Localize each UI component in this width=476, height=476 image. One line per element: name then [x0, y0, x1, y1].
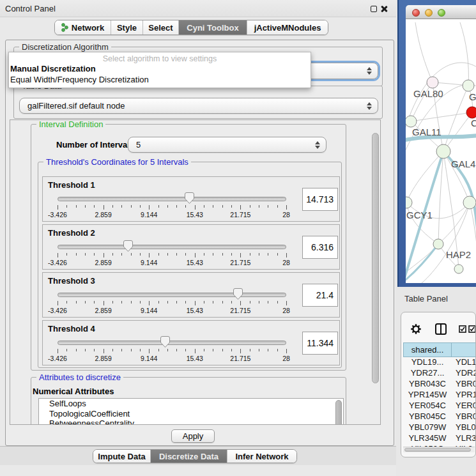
cell-shared-name: YBL079W	[403, 422, 452, 433]
tick-label: 9.144	[132, 355, 165, 362]
threshold-row-3: Threshold 3-3.4262.8599.14415.4321.71528…	[42, 272, 340, 318]
attribute-item[interactable]: BetweennessCentrality	[39, 418, 343, 425]
number-of-intervals-combobox[interactable]: 5	[128, 137, 326, 153]
thresholds-group: Threshold's Coordinates for 5 Intervals …	[38, 162, 342, 368]
major-tick	[58, 205, 58, 210]
column-header-name[interactable]: na	[452, 342, 476, 357]
tab-network[interactable]: Network	[55, 20, 111, 35]
tick-label: 21.715	[224, 355, 257, 362]
column-header-shared-name[interactable]: shared...	[403, 342, 452, 357]
attribute-item[interactable]: SelfLoops	[39, 399, 343, 409]
tab-style[interactable]: Style	[111, 20, 143, 35]
slider-thumb[interactable]	[123, 240, 133, 252]
network-node[interactable]	[454, 265, 463, 273]
tab-discretize-data[interactable]: Discretize Data	[151, 450, 227, 463]
network-node-gal11[interactable]	[406, 116, 417, 127]
major-tick	[104, 253, 104, 257]
slider-thumb[interactable]	[185, 192, 194, 204]
minor-tick	[76, 349, 77, 351]
attributes-group-title: Attributes to discretize	[36, 372, 123, 382]
dropdown-option-manual[interactable]: Manual Discretization	[9, 63, 311, 74]
table-row[interactable]: YDL19...YDL1	[403, 357, 476, 368]
minor-tick	[213, 349, 213, 351]
table-row[interactable]: YBL079WYBL0	[403, 422, 476, 433]
close-traffic-light-icon[interactable]	[412, 9, 420, 17]
table-row[interactable]: YLR345WYLR3	[403, 433, 476, 444]
tick-label: 28	[270, 259, 303, 266]
dropdown-option-equal-width[interactable]: Equal Width/Frequency Discretization	[9, 74, 311, 85]
tab-jactivemnodules[interactable]: jActiveMNodules	[247, 20, 328, 35]
minor-tick	[140, 253, 141, 256]
minor-tick	[213, 301, 213, 303]
slider-track[interactable]	[58, 293, 286, 297]
minor-tick	[167, 253, 168, 256]
horizontal-scrollbar[interactable]	[403, 447, 475, 452]
list-scrollbar[interactable]	[335, 400, 342, 425]
numerical-attributes-list[interactable]: SelfLoopsTopologicalCoefficientBetweenne…	[38, 398, 344, 425]
network-node-gal80[interactable]	[427, 77, 438, 88]
slider-thumb[interactable]	[160, 336, 170, 348]
table-row[interactable]: YER054CYER0	[403, 401, 476, 411]
checkbox-checked-icon[interactable]	[468, 325, 476, 333]
minor-tick	[112, 301, 113, 303]
tick-label: 21.715	[224, 211, 257, 219]
network-node-c[interactable]	[466, 107, 476, 118]
network-node-h[interactable]	[463, 196, 476, 209]
tab-cyni-toolbox[interactable]: Cyni Toolbox	[179, 20, 247, 35]
major-tick	[104, 349, 104, 353]
cell-name: YDR2	[452, 368, 476, 379]
apply-button[interactable]: Apply	[171, 429, 215, 443]
minor-tick	[94, 301, 95, 303]
table-row[interactable]: YPR145WYPR1	[403, 390, 476, 401]
minor-tick	[121, 349, 122, 351]
network-canvas[interactable]: GAL80GACGAL11GAL4GCY1HHAP2	[406, 19, 476, 283]
viewport-scrollbar[interactable]	[372, 133, 379, 383]
slider-track[interactable]	[58, 341, 286, 345]
table-header-row: shared... na	[403, 342, 476, 357]
tab-infer-network[interactable]: Infer Network	[227, 450, 296, 463]
threshold-value-field[interactable]: 14.713	[302, 188, 338, 211]
slider-thumb[interactable]	[233, 288, 243, 300]
table-data-combobox[interactable]: galFiltered.sif default node	[19, 98, 378, 114]
minor-tick	[204, 301, 204, 303]
threshold-value-field[interactable]: 11.344	[302, 332, 338, 355]
table-row[interactable]: YBR045CYBR0	[403, 411, 476, 422]
table-row[interactable]: YBR043CYBR0	[403, 379, 476, 390]
tab-select[interactable]: Select	[143, 20, 179, 35]
threshold-value-field[interactable]: 21.4	[302, 284, 338, 307]
float-window-icon[interactable]	[371, 6, 377, 12]
network-nodes	[406, 77, 476, 273]
minor-tick	[112, 205, 113, 208]
table-row[interactable]: YDR27...YDR2	[403, 368, 476, 379]
threshold-value-field[interactable]: 6.316	[302, 236, 338, 259]
split-columns-icon[interactable]	[434, 323, 447, 335]
checkbox-checked-icon[interactable]	[459, 325, 466, 333]
stepper-arrows-icon	[367, 67, 372, 75]
minor-tick	[158, 205, 159, 208]
attribute-item[interactable]: TopologicalCoefficient	[39, 409, 343, 419]
horizontal-scrollbar-thumb[interactable]	[404, 448, 471, 452]
minor-tick	[259, 253, 259, 256]
table-data-value: galFiltered.sif default node	[27, 98, 125, 113]
thresholds-group-title: Threshold's Coordinates for 5 Intervals	[43, 157, 191, 167]
threshold-label: Threshold 1	[48, 180, 95, 190]
tick-label: 2.859	[87, 211, 120, 219]
slider-track[interactable]	[58, 245, 286, 249]
close-icon[interactable]	[380, 5, 388, 13]
minimize-traffic-light-icon[interactable]	[425, 9, 433, 17]
slider-track[interactable]	[58, 197, 286, 201]
table-data-group: Table Data galFiltered.sif default node	[13, 86, 383, 119]
zoom-traffic-light-icon[interactable]	[438, 9, 445, 17]
network-node-gal4[interactable]	[436, 144, 450, 158]
cell-name: YBR0	[452, 411, 476, 422]
threshold-label: Threshold 3	[48, 276, 95, 286]
attributes-group: Attributes to discretize Numerical Attri…	[31, 377, 346, 425]
gear-icon[interactable]	[410, 323, 422, 335]
network-node-ga[interactable]	[463, 80, 474, 91]
stepper-arrows-icon	[315, 141, 320, 149]
network-node-hap2[interactable]	[433, 239, 443, 249]
tab-impute-data[interactable]: Impute Data	[93, 450, 151, 463]
minor-tick	[268, 253, 268, 256]
major-tick	[195, 253, 196, 257]
threshold-label: Threshold 4	[48, 324, 95, 334]
